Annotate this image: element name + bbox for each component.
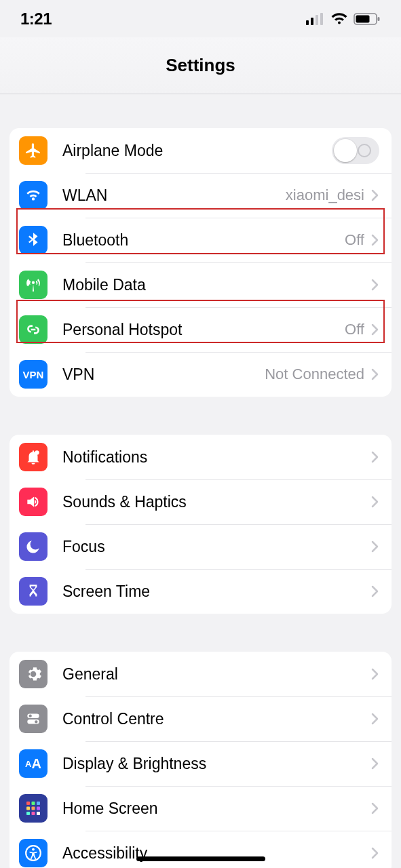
row-display-brightness[interactable]: AA Display & Brightness	[9, 741, 392, 786]
home-indicator[interactable]	[136, 856, 265, 861]
row-focus[interactable]: Focus	[9, 524, 392, 569]
screentime-label: Screen Time	[62, 583, 371, 601]
chevron-icon	[371, 189, 379, 201]
row-wlan[interactable]: WLAN xiaomi_desi	[9, 173, 392, 218]
bell-icon	[19, 443, 47, 471]
row-accessibility[interactable]: Accessibility	[9, 831, 392, 868]
antenna-icon	[19, 271, 47, 299]
chevron-icon	[371, 234, 379, 246]
chevron-icon	[371, 585, 379, 597]
hotspot-label: Personal Hotspot	[62, 321, 345, 339]
vpn-badge-text: VPN	[23, 369, 44, 380]
status-time: 1:21	[20, 9, 52, 28]
vpn-icon: VPN	[19, 360, 47, 389]
sounds-label: Sounds & Haptics	[62, 493, 371, 511]
hourglass-icon	[19, 577, 47, 606]
wlan-label: WLAN	[62, 186, 286, 205]
textsize-icon: AA	[19, 749, 47, 778]
display-label: Display & Brightness	[62, 755, 371, 773]
svg-point-9	[29, 715, 32, 717]
row-control-centre[interactable]: Control Centre	[9, 696, 392, 741]
chevron-icon	[371, 757, 379, 770]
general-label: General	[62, 665, 371, 684]
chevron-icon	[371, 540, 379, 553]
wifi-settings-icon	[19, 181, 47, 210]
svg-rect-0	[306, 20, 309, 25]
row-notifications[interactable]: Notifications	[9, 435, 392, 479]
row-screen-time[interactable]: Screen Time	[9, 569, 392, 614]
focus-label: Focus	[62, 538, 371, 556]
notifications-label: Notifications	[62, 448, 371, 467]
svg-rect-1	[311, 18, 313, 25]
row-bluetooth[interactable]: Bluetooth Off	[9, 218, 392, 262]
chevron-icon	[371, 323, 379, 336]
group-nsf: Notifications Sounds & Haptics Focus Scr…	[9, 435, 392, 614]
content: Airplane Mode WLAN xiaomi_desi Bluetooth…	[0, 128, 401, 868]
battery-icon	[354, 13, 381, 25]
vpn-label: VPN	[62, 366, 265, 384]
hotspot-icon	[19, 315, 47, 344]
chevron-icon	[371, 713, 379, 725]
svg-rect-20	[37, 812, 40, 815]
chevron-icon	[371, 802, 379, 814]
svg-rect-18	[26, 812, 30, 815]
row-general[interactable]: General	[9, 652, 392, 696]
header: Settings	[0, 37, 401, 94]
svg-rect-3	[320, 13, 323, 25]
toggles-icon	[19, 705, 47, 733]
svg-rect-17	[37, 807, 40, 810]
homescreen-label: Home Screen	[62, 800, 371, 818]
page-title: Settings	[166, 55, 235, 76]
chevron-icon	[371, 279, 379, 291]
chevron-icon	[371, 451, 379, 463]
svg-point-7	[35, 450, 39, 455]
hotspot-value: Off	[345, 321, 364, 338]
wlan-value: xiaomi_desi	[286, 186, 364, 204]
group-connectivity: Airplane Mode WLAN xiaomi_desi Bluetooth…	[9, 128, 392, 397]
apps-grid-icon	[19, 794, 47, 823]
vpn-value: Not Connected	[265, 366, 364, 383]
svg-rect-6	[378, 17, 380, 21]
bluetooth-icon	[19, 226, 47, 254]
airplane-label: Airplane Mode	[62, 142, 325, 160]
row-airplane-mode[interactable]: Airplane Mode	[9, 128, 392, 173]
bluetooth-label: Bluetooth	[62, 231, 345, 250]
row-home-screen[interactable]: Home Screen	[9, 786, 392, 831]
svg-point-11	[35, 720, 37, 723]
gear-icon	[19, 660, 47, 688]
svg-rect-2	[316, 15, 318, 25]
accessibility-icon	[19, 839, 47, 867]
row-personal-hotspot[interactable]: Personal Hotspot Off	[9, 307, 392, 352]
mobile-data-label: Mobile Data	[62, 276, 371, 294]
airplane-switch[interactable]	[332, 137, 379, 164]
row-vpn[interactable]: VPN VPN Not Connected	[9, 352, 392, 397]
chevron-icon	[371, 847, 379, 859]
speaker-icon	[19, 488, 47, 516]
svg-rect-5	[356, 15, 370, 22]
status-bar: 1:21	[0, 0, 401, 37]
bluetooth-value: Off	[345, 231, 364, 249]
status-icons	[306, 12, 381, 26]
svg-rect-13	[32, 802, 35, 805]
airplane-icon	[19, 136, 47, 165]
chevron-icon	[371, 368, 379, 380]
row-mobile-data[interactable]: Mobile Data	[9, 262, 392, 307]
cellular-icon	[306, 13, 325, 25]
chevron-icon	[371, 668, 379, 680]
svg-point-22	[32, 848, 35, 851]
wifi-icon	[330, 12, 348, 26]
svg-rect-15	[26, 807, 30, 810]
controlcentre-label: Control Centre	[62, 710, 371, 728]
row-sounds[interactable]: Sounds & Haptics	[9, 479, 392, 524]
svg-rect-19	[32, 812, 35, 815]
chevron-icon	[371, 496, 379, 508]
moon-icon	[19, 532, 47, 561]
svg-rect-16	[32, 807, 35, 810]
group-system: General Control Centre AA Display & Brig…	[9, 652, 392, 868]
svg-rect-12	[26, 802, 30, 805]
svg-rect-14	[37, 802, 40, 805]
